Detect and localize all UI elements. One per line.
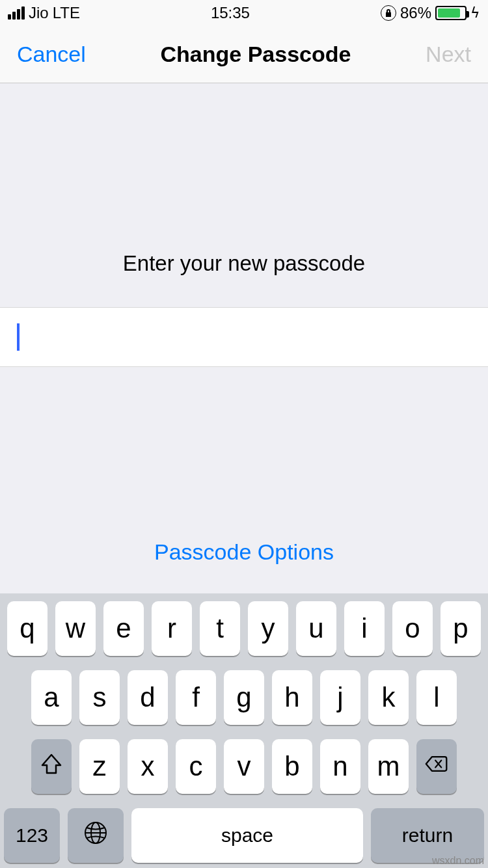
keyboard: q w e r t y u i o p a s d f g h j k l [0,593,488,868]
key-k[interactable]: k [368,670,409,725]
passcode-input[interactable] [0,307,488,367]
cancel-button[interactable]: Cancel [17,42,86,67]
key-e[interactable]: e [103,601,144,656]
key-z[interactable]: z [79,739,120,794]
network-label: LTE [53,4,80,22]
key-q[interactable]: q [7,601,47,656]
key-r[interactable]: r [152,601,192,656]
key-t[interactable]: t [200,601,240,656]
numbers-key[interactable]: 123 [4,808,60,863]
cellular-signal-icon [8,7,25,20]
page-title: Change Passcode [161,42,351,67]
text-cursor [17,323,20,351]
keyboard-row-3: z x c v b n m [4,739,484,794]
key-p[interactable]: p [441,601,481,656]
key-h[interactable]: h [272,670,312,725]
shift-icon [40,751,63,782]
key-g[interactable]: g [224,670,264,725]
key-s[interactable]: s [79,670,120,725]
key-d[interactable]: d [128,670,168,725]
key-l[interactable]: l [416,670,457,725]
key-m[interactable]: m [368,739,409,794]
clock-label: 15:35 [211,4,250,22]
watermark-label: wsxdn.com [432,855,484,867]
key-a[interactable]: a [31,670,72,725]
key-j[interactable]: j [320,670,360,725]
content-area: Enter your new passcode Passcode Options [0,83,488,593]
key-f[interactable]: f [176,670,216,725]
key-w[interactable]: w [55,601,96,656]
keyboard-row-1: q w e r t y u i o p [4,601,484,656]
key-x[interactable]: x [128,739,168,794]
key-n[interactable]: n [320,739,360,794]
key-b[interactable]: b [272,739,312,794]
shift-key[interactable] [31,739,72,794]
key-c[interactable]: c [176,739,216,794]
key-u[interactable]: u [296,601,336,656]
status-bar: Jio LTE 15:35 86% ϟ [0,0,488,26]
globe-key[interactable] [68,808,124,863]
charging-icon: ϟ [470,5,480,21]
battery-icon [435,6,467,20]
keyboard-row-2: a s d f g h j k l [4,670,484,725]
backspace-icon [425,751,448,782]
globe-icon [83,821,108,851]
key-v[interactable]: v [224,739,264,794]
navigation-bar: Cancel Change Passcode Next [0,26,488,83]
carrier-label: Jio [29,4,49,22]
battery-percent-label: 86% [400,4,431,22]
backspace-key[interactable] [416,739,457,794]
space-key[interactable]: space [131,808,363,863]
key-o[interactable]: o [392,601,433,656]
rotation-lock-icon [381,5,396,21]
next-button[interactable]: Next [426,42,471,67]
key-i[interactable]: i [344,601,385,656]
keyboard-row-4: 123 space return [4,808,484,863]
key-y[interactable]: y [248,601,288,656]
passcode-options-button[interactable]: Passcode Options [0,539,488,565]
prompt-label: Enter your new passcode [0,83,488,307]
